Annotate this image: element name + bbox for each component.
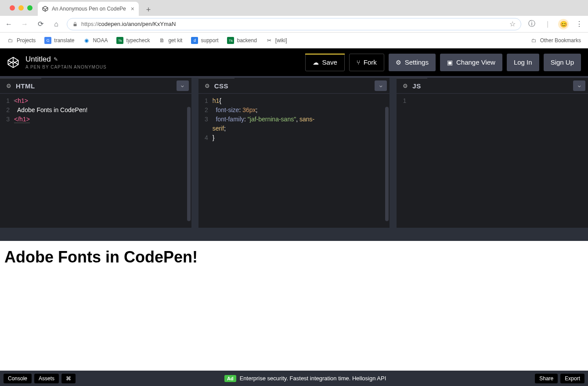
editor-dropdown-button[interactable]: ⌵ (177, 80, 189, 91)
line-number: 2 (0, 106, 14, 115)
fold-icon[interactable]: ▾ (212, 96, 214, 106)
close-window-icon[interactable] (10, 5, 15, 11)
code-token: ; (224, 125, 226, 132)
code-token: } (213, 134, 215, 141)
code-token: serif (213, 125, 224, 132)
html-code-area[interactable]: 1▾<h1> 2 Adobe Fonts in CodePen! 3</h1> (0, 94, 191, 228)
signup-button[interactable]: Sign Up (544, 54, 581, 71)
bookmark-typecheck[interactable]: Tktypecheck (116, 37, 150, 44)
bookmark-support[interactable]: dsupport (191, 37, 218, 44)
bookmark-backend[interactable]: Tkbackend (227, 37, 256, 44)
pen-title[interactable]: Untitled ✎ (25, 55, 107, 64)
header-buttons: ☁Save ⑂Fork ⚙Settings ▣Change View Log I… (305, 54, 581, 71)
editor-title: HTML (16, 82, 35, 90)
bookmark-wiki[interactable]: ✂[wiki] (266, 37, 287, 44)
line-number: 1▾ (0, 96, 14, 106)
edit-pencil-icon[interactable]: ✎ (54, 56, 58, 62)
gear-icon: ⚙ (396, 59, 401, 66)
save-button[interactable]: ☁Save (305, 54, 345, 71)
assets-button[interactable]: Assets (34, 374, 59, 383)
footer-ad[interactable]: Ad Enterprise security. Fastest integrat… (224, 375, 386, 382)
home-button[interactable]: ⌂ (51, 19, 61, 29)
bookmark-label: backend (237, 37, 256, 44)
editor-dropdown-button[interactable]: ⌵ (375, 80, 387, 91)
bookmark-getkit[interactable]: 🗎get kit (159, 37, 182, 44)
settings-button[interactable]: ⚙Settings (389, 54, 436, 71)
scrollbar[interactable] (187, 107, 191, 221)
gear-icon[interactable]: ⚙ (205, 83, 210, 89)
editor-header-left: ⚙ CSS (198, 78, 234, 93)
codepen-logo-icon[interactable] (7, 56, 19, 69)
button-label: Change View (456, 58, 495, 66)
footer-bar: Console Assets ⌘ Ad Enterprise security.… (0, 371, 588, 386)
js-code-area[interactable]: 1 (397, 94, 588, 228)
maximize-window-icon[interactable] (27, 5, 32, 11)
pen-title-block: Untitled ✎ A PEN BY CAPTAIN ANONYMOUS (25, 55, 107, 69)
editor-header: ⚙ CSS ⌵ (198, 78, 390, 94)
code-token: "jaf-bernina-sans" (248, 116, 296, 123)
bookmark-label: typecheck (126, 37, 150, 44)
code-token: 36px (242, 106, 256, 113)
fork-button[interactable]: ⑂Fork (349, 54, 384, 71)
gear-icon[interactable]: ⚙ (6, 83, 11, 89)
bookmark-label: Projects (17, 37, 36, 44)
bookmark-label: get kit (168, 37, 182, 44)
horizontal-resizer[interactable] (0, 228, 588, 241)
menu-icon[interactable]: ⋮ (574, 19, 584, 29)
browser-tab[interactable]: An Anonymous Pen on CodePe × (38, 2, 139, 16)
button-label: Settings (405, 58, 429, 66)
html-editor: ⚙ HTML ⌵ 1▾<h1> 2 Adobe Fonts in CodePen… (0, 78, 191, 228)
tk-icon: Tk (227, 37, 234, 44)
css-code-area[interactable]: 1▾h1{ 2 font-size: 36px; 3 font-family: … (198, 94, 390, 228)
fold-icon[interactable]: ▾ (14, 96, 16, 106)
forward-button[interactable]: → (19, 19, 30, 29)
bookmark-label: NOAA (93, 37, 108, 44)
shortcuts-button[interactable]: ⌘ (61, 374, 76, 383)
fork-icon: ⑂ (357, 59, 360, 66)
export-button[interactable]: Export (560, 374, 584, 383)
reload-button[interactable]: ⟳ (35, 19, 46, 29)
folder-icon: 🗀 (7, 37, 14, 44)
window-controls (4, 5, 38, 11)
line-number: 4 (198, 133, 213, 142)
translate-icon: G (44, 37, 51, 44)
console-button[interactable]: Console (4, 374, 32, 383)
share-button[interactable]: Share (535, 374, 558, 383)
svg-rect-4 (74, 24, 77, 26)
button-label: Log In (514, 58, 532, 66)
gear-icon[interactable]: ⚙ (403, 83, 408, 89)
code-token: <h1> (14, 97, 28, 104)
js-editor: ⚙ JS ⌵ 1 (397, 78, 588, 228)
pen-title-text: Untitled (25, 55, 51, 64)
code-token: </h1> (14, 116, 30, 123)
change-view-button[interactable]: ▣Change View (440, 54, 502, 71)
editor-header: ⚙ HTML ⌵ (0, 78, 191, 94)
address-bar[interactable]: https://codepen.io/anon/pen/KxYmaN ☆ (67, 18, 521, 30)
back-button[interactable]: ← (4, 19, 14, 29)
profile-avatar[interactable]: 😊 (558, 19, 569, 29)
bookmark-translate[interactable]: Gtranslate (44, 37, 74, 44)
svg-line-2 (45, 8, 48, 10)
scrollbar[interactable] (385, 107, 389, 221)
bookmark-star-icon[interactable]: ☆ (509, 20, 516, 28)
separator: | (542, 19, 553, 29)
other-bookmarks[interactable]: 🗀Other Bookmarks (530, 37, 581, 44)
new-tab-button[interactable]: + (142, 4, 155, 16)
footer-right: Share Export (535, 374, 584, 383)
editor-title: JS (412, 82, 421, 90)
button-label: Save (322, 58, 337, 66)
login-button[interactable]: Log In (507, 54, 539, 71)
minimize-window-icon[interactable] (18, 5, 24, 11)
close-tab-icon[interactable]: × (131, 5, 134, 12)
tab-bar: An Anonymous Pen on CodePe × + (0, 0, 588, 16)
site-info-icon[interactable]: ⓘ (527, 19, 537, 29)
line-number: 1▾ (198, 96, 213, 106)
bookmark-label: support (201, 37, 218, 44)
bookmark-noaa[interactable]: ◉NOAA (83, 37, 108, 44)
editor-dropdown-button[interactable]: ⌵ (573, 80, 585, 91)
bookmark-label: translate (54, 37, 74, 44)
code-token: , (296, 116, 299, 123)
code-token: ; (256, 106, 258, 113)
d-icon: d (191, 37, 198, 44)
bookmark-projects[interactable]: 🗀Projects (7, 37, 36, 44)
